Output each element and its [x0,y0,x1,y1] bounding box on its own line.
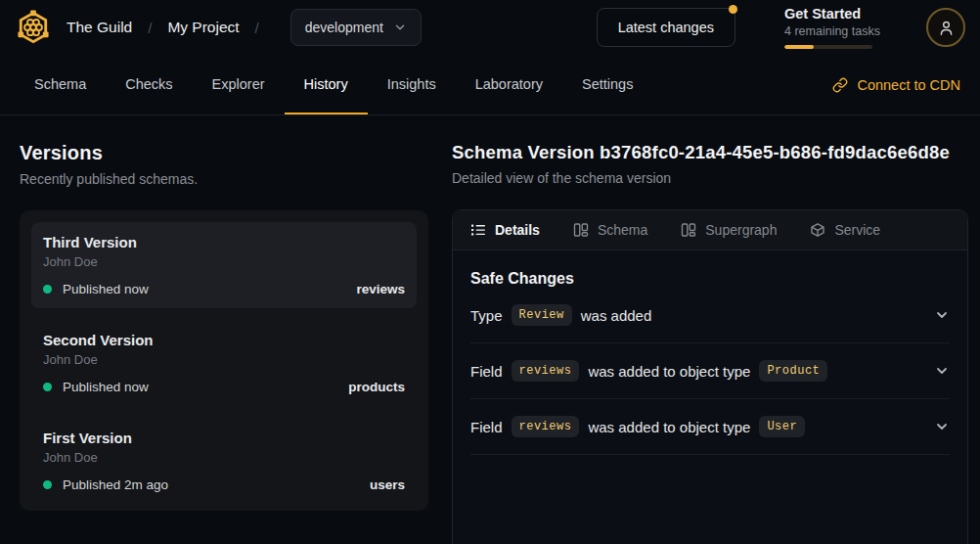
detail-tab-label: Details [495,222,540,238]
get-started-title: Get Started [784,6,872,22]
version-title: First Version [43,430,405,446]
version-list-item-third[interactable]: Third Version John Doe Published now rev… [31,222,417,308]
change-badge: reviews [512,416,580,437]
environment-selector[interactable]: development [290,9,422,46]
link-icon [832,77,848,93]
version-title: Third Version [43,234,405,250]
tab-settings[interactable]: Settings [562,55,652,114]
get-started-progress-track [784,45,872,49]
change-prefix: Type [470,307,503,324]
chevron-down-icon [393,21,407,34]
cube-icon [810,222,825,238]
change-middle: was added [581,307,652,324]
change-badge: User [759,416,805,437]
environment-selector-value: development [305,20,383,35]
detail-tab-bar: Details Schema [453,210,967,250]
breadcrumb-org[interactable]: The Guild [67,19,132,36]
connect-to-cdn-button[interactable]: Connect to CDN [832,55,960,114]
change-row-type-review[interactable]: Type Review was added [470,288,950,343]
version-detail-title: Schema Version b3768fc0-21a4-45e5-b686-f… [452,142,968,163]
version-author: John Doe [43,450,405,465]
changes-section: Safe Changes Type Review was added Field [453,250,967,455]
version-service-name: products [348,380,405,394]
version-published-time: Published 2m ago [63,477,168,492]
tab-insights[interactable]: Insights [368,55,456,114]
versions-panel: Versions Recently published schemas. Thi… [20,142,428,511]
version-service-name: reviews [356,282,405,296]
published-status-dot [43,285,52,294]
list-icon [470,222,486,238]
top-bar: The Guild / My Project / development Lat… [0,0,980,55]
get-started-progress-fill [784,45,814,49]
detail-tab-details[interactable]: Details [470,222,540,238]
content-area: Versions Recently published schemas. Thi… [0,115,980,544]
version-detail-panel: Schema Version b3768fc0-21a4-45e5-b686-f… [452,142,968,544]
expand-chevron-icon[interactable] [934,363,950,379]
breadcrumb-separator: / [148,20,152,36]
breadcrumb-project[interactable]: My Project [167,19,239,36]
latest-changes-label: Latest changes [618,20,714,35]
user-icon [937,19,956,37]
get-started-widget[interactable]: Get Started 4 remaining tasks [784,6,872,49]
version-list-item-first[interactable]: First Version John Doe Published 2m ago … [31,418,417,504]
versions-subtitle: Recently published schemas. [20,171,428,187]
columns-icon [681,222,696,238]
breadcrumb-separator: / [255,20,259,36]
version-author: John Doe [43,352,405,367]
tab-schema[interactable]: Schema [15,55,106,114]
tab-checks[interactable]: Checks [106,55,192,114]
change-middle: was added to object type [588,363,750,380]
version-service-name: users [370,477,405,492]
get-started-subtitle: 4 remaining tasks [784,24,872,38]
published-status-dot [43,480,52,489]
change-prefix: Field [470,419,503,435]
version-detail-subtitle: Detailed view of the schema version [452,170,968,186]
version-title: Second Version [43,332,405,348]
detail-tab-label: Service [834,222,880,238]
version-detail-card: Details Schema [452,209,968,544]
tab-laboratory[interactable]: Laboratory [456,55,562,114]
detail-tab-label: Schema [598,222,647,238]
notification-dot [729,5,737,14]
detail-tab-supergraph[interactable]: Supergraph [681,222,777,238]
change-middle: was added to object type [588,419,750,435]
versions-title: Versions [20,142,428,164]
version-published-time: Published now [63,282,149,296]
change-row-field-product[interactable]: Field reviews was added to object type P… [470,343,950,399]
version-author: John Doe [43,254,405,269]
published-status-dot [43,383,52,391]
detail-tab-schema[interactable]: Schema [573,222,647,238]
detail-tab-label: Supergraph [705,222,777,238]
change-badge: Product [759,360,827,382]
change-prefix: Field [470,363,503,380]
latest-changes-button[interactable]: Latest changes [597,8,735,47]
user-avatar[interactable] [926,8,965,47]
expand-chevron-icon[interactable] [934,419,950,434]
change-row-field-user[interactable]: Field reviews was added to object type U… [470,399,950,455]
version-published-time: Published now [63,380,149,394]
tab-explorer[interactable]: Explorer [193,55,285,114]
breadcrumb: The Guild / My Project / [67,19,275,36]
guild-logo-icon[interactable] [15,9,52,46]
versions-list: Third Version John Doe Published now rev… [20,210,428,511]
change-badge: Review [512,304,572,326]
expand-chevron-icon[interactable] [934,307,950,323]
tab-history[interactable]: History [285,55,368,114]
target-nav-tabs: Schema Checks Explorer History Insights … [0,55,980,115]
detail-tab-service[interactable]: Service [810,222,880,238]
version-list-item-second[interactable]: Second Version John Doe Published now pr… [31,320,417,406]
change-badge: reviews [512,360,580,382]
safe-changes-heading: Safe Changes [470,270,950,288]
columns-icon [573,222,589,238]
connect-to-cdn-label: Connect to CDN [857,77,960,93]
